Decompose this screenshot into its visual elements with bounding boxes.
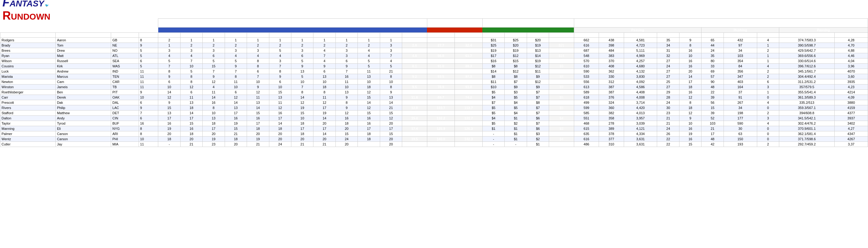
cell: 11	[138, 69, 158, 74]
cell: 429.5/642.7	[779, 48, 834, 53]
cell: 7	[158, 64, 180, 69]
cell: 484	[599, 48, 624, 53]
cell: 360	[599, 105, 624, 111]
cell: 126.3	[455, 126, 483, 131]
table-row: RyanMattATL5446444673474.856.861.7$17$12…	[0, 53, 868, 59]
col-tsc: tSC	[505, 33, 527, 38]
cell: 4,04	[835, 59, 868, 64]
cell: 5	[138, 64, 158, 69]
cell: 4	[757, 64, 779, 69]
cell: 16	[679, 48, 701, 53]
cell: $19	[483, 48, 504, 53]
cell: 11	[203, 90, 225, 95]
cell: 19	[225, 121, 247, 126]
cell: 12	[679, 95, 701, 100]
cell: $6	[527, 116, 549, 121]
table-row: LuckAndrewIND11857768136711219.082.785.5…	[0, 69, 868, 74]
cell: 21	[702, 126, 723, 131]
cell: 69	[702, 69, 723, 74]
cell: 556	[574, 79, 599, 85]
cell: $8	[505, 64, 527, 69]
cell: 18	[269, 126, 291, 131]
col-extra	[835, 33, 868, 38]
cell: 330.6/514.6	[779, 59, 834, 64]
cell: 4	[180, 53, 202, 59]
cell: 21	[247, 142, 269, 147]
header: FANTASY 🐦 RUNDOWN	[0, 0, 868, 19]
cell: 4,013	[624, 111, 657, 116]
cell: 18	[358, 131, 380, 136]
cell: 2	[203, 43, 225, 48]
cell: $12	[527, 79, 549, 85]
cell: 4,581	[624, 38, 657, 43]
cell: 16	[336, 74, 358, 79]
cell: 114.1	[427, 100, 455, 105]
cell: 356	[723, 69, 757, 74]
cell: 278	[599, 121, 624, 126]
cell: 8	[679, 100, 701, 105]
cell: $14	[527, 53, 549, 59]
cell: 10.4	[402, 90, 427, 95]
cell: 5	[225, 59, 247, 64]
cell: CIN	[111, 116, 139, 121]
cell: 2	[247, 43, 269, 48]
cell: 267	[723, 100, 757, 105]
logo-container: FANTASY 🐦 RUNDOWN	[0, 0, 868, 19]
col-fft: FFT	[203, 33, 225, 38]
cell: 44	[702, 43, 723, 48]
cell: 2	[757, 69, 779, 74]
cell: 5	[358, 59, 380, 64]
table-row: DaltonAndyCIN6171713161617101416161215.0…	[0, 116, 868, 121]
cell: Taylor	[0, 121, 56, 126]
logo-bird: 🐦	[45, 4, 49, 7]
cell: 35	[657, 38, 679, 43]
cell: 4,420	[624, 105, 657, 111]
cell: Cousins	[0, 64, 56, 69]
cell: 3,631	[624, 142, 657, 147]
cell: 377	[599, 136, 624, 142]
cell: 15.0	[402, 116, 427, 121]
cell: 13	[225, 105, 247, 111]
cell: -	[483, 131, 504, 136]
cell: 88.9	[427, 79, 455, 85]
cell: 389	[599, 126, 624, 131]
col-ca: C/A	[779, 33, 834, 38]
cell: 2	[180, 43, 202, 48]
cell: IND	[111, 69, 139, 74]
cell: 14	[358, 100, 380, 105]
cell: 80	[702, 59, 723, 64]
cell: Winston	[0, 85, 56, 90]
cell: 69.7	[427, 95, 455, 100]
cell: 4	[269, 53, 291, 59]
cell: 3,957	[624, 116, 657, 121]
cell: 335.2/513	[779, 100, 834, 105]
cell: 292.7/459.2	[779, 142, 834, 147]
cell: 103	[723, 53, 757, 59]
cell: 2	[158, 38, 180, 43]
cell: 193	[723, 142, 757, 147]
cell: 570	[574, 59, 599, 64]
cell: 3935	[835, 79, 868, 85]
cell: ATL	[111, 53, 139, 59]
cell: 370.9/601.1	[779, 126, 834, 131]
cell: 8	[203, 105, 225, 111]
cell: 3	[380, 43, 402, 48]
cell: 15	[679, 142, 701, 147]
cell: 7	[225, 69, 247, 74]
cell: 16	[203, 100, 225, 105]
cell: 20	[380, 142, 402, 147]
cell: 394/608.8	[779, 111, 834, 116]
cell: 3937	[835, 116, 868, 121]
cell: 9	[291, 64, 313, 69]
col-avg2: AVG	[549, 33, 574, 38]
cell: 4,334	[624, 131, 657, 136]
cell: 123.8	[455, 100, 483, 105]
cell: 32	[657, 53, 679, 59]
cell: 30	[723, 126, 757, 131]
table-row: PalmerCarsonARI8201820212020181415181518…	[0, 131, 868, 136]
cell: 14	[203, 95, 225, 100]
cell: 6	[225, 90, 247, 95]
cell: 4	[757, 121, 779, 126]
cell: $4	[549, 116, 574, 121]
cell: $11	[483, 79, 504, 85]
